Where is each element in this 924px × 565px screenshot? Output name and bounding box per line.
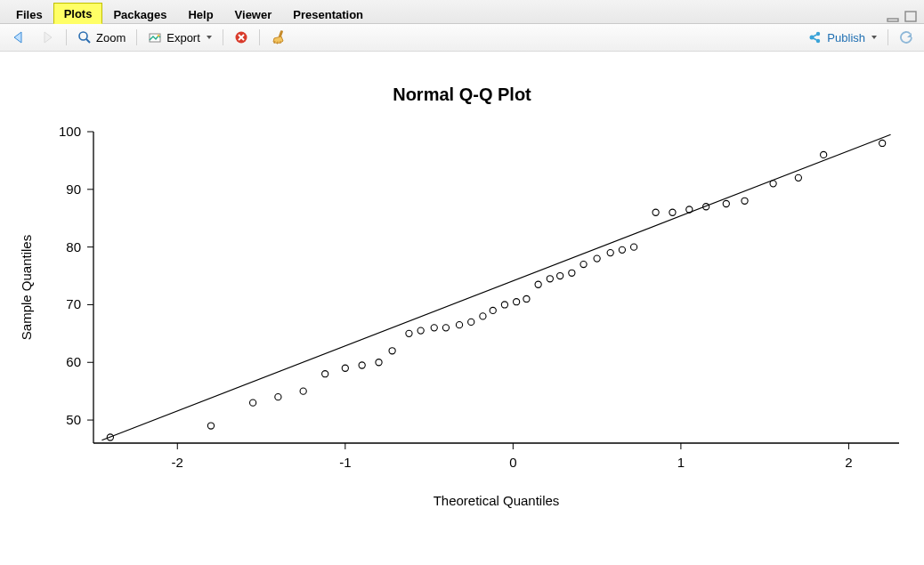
svg-point-69 — [557, 272, 563, 278]
nav-forward-button[interactable] — [36, 28, 59, 46]
minimize-pane-icon[interactable] — [887, 11, 901, 23]
remove-icon — [234, 30, 248, 44]
svg-point-81 — [742, 198, 748, 204]
svg-text:70: 70 — [66, 296, 81, 311]
svg-line-3 — [86, 39, 90, 43]
svg-text:90: 90 — [66, 182, 81, 197]
svg-rect-1 — [905, 12, 916, 21]
svg-point-52 — [342, 365, 348, 371]
svg-point-57 — [417, 327, 424, 334]
svg-text:80: 80 — [66, 239, 81, 254]
broom-icon — [271, 29, 287, 45]
svg-point-82 — [770, 181, 776, 187]
tab-presentation[interactable]: Presentation — [282, 4, 374, 24]
svg-point-71 — [580, 261, 587, 267]
tab-help[interactable]: Help — [177, 4, 223, 24]
svg-point-70 — [569, 270, 575, 276]
svg-point-2 — [79, 32, 87, 40]
svg-point-53 — [359, 362, 365, 368]
zoom-label: Zoom — [96, 31, 126, 44]
svg-text:Normal Q-Q Plot: Normal Q-Q Plot — [393, 85, 531, 104]
tab-packages[interactable]: Packages — [102, 4, 177, 24]
svg-text:1: 1 — [677, 455, 685, 470]
tab-plots[interactable]: Plots — [53, 3, 103, 24]
svg-point-50 — [300, 388, 306, 394]
svg-point-66 — [523, 295, 530, 302]
svg-point-72 — [594, 255, 600, 262]
svg-point-59 — [442, 325, 449, 331]
chevron-down-icon — [207, 36, 212, 39]
svg-point-58 — [431, 325, 437, 331]
svg-point-80 — [723, 200, 729, 206]
pane-tab-bar: Files Plots Packages Help Viewer Present… — [0, 0, 924, 24]
svg-point-74 — [619, 246, 625, 253]
svg-point-60 — [456, 322, 462, 328]
svg-point-65 — [514, 299, 520, 305]
svg-line-16 — [814, 35, 817, 36]
svg-point-76 — [652, 209, 659, 215]
svg-text:2: 2 — [845, 455, 852, 470]
magnifier-icon — [77, 30, 92, 44]
svg-point-68 — [547, 276, 553, 282]
svg-point-47 — [207, 423, 214, 429]
svg-point-75 — [631, 244, 637, 250]
publish-label: Publish — [827, 31, 865, 44]
svg-line-11 — [277, 42, 278, 44]
svg-point-83 — [795, 174, 801, 181]
publish-icon — [808, 30, 823, 44]
svg-point-77 — [669, 209, 676, 215]
svg-point-64 — [501, 302, 507, 308]
export-icon — [148, 30, 162, 44]
refresh-icon — [899, 30, 913, 44]
svg-point-85 — [879, 140, 886, 146]
export-label: Export — [166, 31, 200, 44]
nav-back-button[interactable] — [7, 28, 30, 46]
svg-text:50: 50 — [66, 412, 81, 427]
maximize-pane-icon[interactable] — [904, 11, 919, 23]
plots-toolbar: Zoom Export — [0, 24, 924, 52]
svg-text:0: 0 — [509, 455, 516, 470]
plot-area: Normal Q-Q Plot-2-10125060708090100Theor… — [0, 52, 924, 565]
svg-text:Theoretical Quantiles: Theoretical Quantiles — [434, 493, 560, 508]
zoom-button[interactable]: Zoom — [74, 28, 129, 46]
svg-point-73 — [607, 250, 613, 256]
publish-button[interactable]: Publish — [805, 28, 880, 46]
export-button[interactable]: Export — [144, 28, 215, 46]
svg-point-51 — [322, 371, 328, 377]
svg-point-63 — [490, 307, 496, 313]
svg-point-49 — [275, 394, 281, 400]
clear-all-button[interactable] — [267, 28, 290, 47]
tab-files[interactable]: Files — [5, 4, 53, 24]
svg-point-54 — [376, 359, 382, 366]
svg-point-78 — [686, 206, 693, 213]
svg-text:60: 60 — [66, 354, 81, 369]
svg-text:-2: -2 — [172, 455, 183, 470]
svg-text:Sample Quantiles: Sample Quantiles — [19, 235, 34, 340]
svg-text:-1: -1 — [339, 455, 351, 470]
svg-point-5 — [158, 35, 160, 37]
svg-text:100: 100 — [59, 124, 81, 139]
svg-point-67 — [535, 281, 541, 287]
svg-point-56 — [406, 330, 412, 336]
tab-viewer[interactable]: Viewer — [224, 4, 283, 24]
svg-rect-0 — [888, 19, 898, 21]
svg-point-55 — [389, 348, 395, 354]
svg-point-48 — [250, 400, 256, 406]
svg-point-61 — [468, 319, 474, 325]
qq-plot: Normal Q-Q Plot-2-10125060708090100Theor… — [0, 52, 924, 565]
svg-line-17 — [814, 38, 817, 40]
svg-point-84 — [821, 151, 827, 157]
refresh-button[interactable] — [896, 28, 917, 46]
remove-plot-button[interactable] — [231, 28, 252, 46]
chevron-down-icon — [871, 36, 877, 39]
svg-point-62 — [480, 313, 486, 319]
